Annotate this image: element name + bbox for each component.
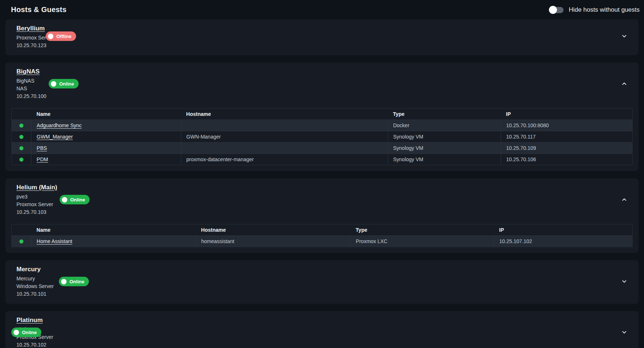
guest-ip: 10.25.70.106 (501, 154, 633, 165)
host-ip: 10.25.70.103 (16, 208, 633, 216)
host-name-link[interactable]: BigNAS (16, 68, 39, 76)
guest-hostname: GWN-Manager (181, 131, 388, 143)
chevron-down-icon (621, 278, 628, 285)
host-info-line: Proxmox Server (16, 34, 633, 42)
host-name-link[interactable]: Helium (Main) (16, 184, 57, 192)
hostname-column-header: Hostname (181, 109, 388, 120)
chevron-down-icon (621, 329, 628, 336)
expand-toggle-button[interactable] (619, 328, 629, 337)
host-ip: 10.25.70.101 (16, 290, 633, 298)
guest-table-header-row: Name Hostname Type IP (12, 109, 633, 120)
host-info-line: platinum (16, 326, 633, 333)
status-label: Offline (56, 34, 71, 39)
guest-row: Home Assistant homeassistant Proxmox LXC… (12, 236, 633, 247)
status-badge: Online (60, 195, 90, 204)
status-column-header (12, 109, 31, 120)
guest-online-dot-icon (19, 146, 23, 150)
status-dot-icon (48, 34, 53, 39)
guest-ip: 10.25.70.109 (501, 143, 633, 154)
host-info: BigNAS NAS 10.25.70.100 (16, 77, 633, 100)
guest-type: Synology VM (388, 143, 501, 154)
status-dot-icon (62, 197, 67, 203)
status-badge: Online (11, 328, 41, 337)
collapse-toggle-button[interactable] (619, 79, 629, 88)
name-column-header: Name (31, 224, 196, 236)
ip-column-header: IP (494, 224, 633, 236)
status-label: Online (69, 279, 84, 284)
guest-table-header-row: Name Hostname Type IP (12, 224, 633, 236)
hostname-column-header: Hostname (196, 224, 351, 236)
status-label: Online (59, 81, 74, 87)
status-dot-icon (61, 279, 67, 284)
guest-table: Name Hostname Type IP Adguardhome Sync D… (11, 108, 633, 165)
host-ip: 10.25.70.123 (16, 42, 633, 49)
hide-hosts-toggle-label: Hide hosts without guests (569, 6, 640, 14)
guest-hostname: homeassistant (196, 236, 351, 247)
guest-row: PDM proxmox-datacenter-manager Synology … (12, 154, 633, 165)
guest-type: Docker (388, 120, 501, 131)
guest-ip: 10.25.70.100:8080 (501, 120, 633, 131)
status-label: Online (22, 330, 37, 335)
host-info: pve3 Proxmox Server 10.25.70.103 (16, 193, 633, 216)
guest-row: GWM_Manager GWN-Manager Synology VM 10.2… (12, 131, 633, 143)
status-column-header (12, 224, 31, 236)
host-name-link[interactable]: Platinum (16, 316, 43, 324)
status-dot-icon (51, 81, 56, 87)
chevron-up-icon (621, 196, 628, 203)
status-badge: Online (59, 277, 89, 286)
status-label: Online (70, 197, 85, 203)
host-card-platinum: Platinum platinum Proxmox Server 10.25.7… (5, 311, 639, 348)
host-ip: 10.25.70.100 (16, 92, 633, 100)
guest-type: Proxmox LXC (351, 236, 494, 247)
guest-online-dot-icon (19, 135, 23, 139)
host-info-line: NAS (16, 85, 633, 92)
host-ip: 10.25.70.102 (16, 341, 633, 348)
host-info-line: Windows Server (16, 283, 633, 290)
chevron-down-icon (621, 33, 628, 39)
host-info: Proxmox Server 10.25.70.123 (16, 34, 633, 49)
guest-name-link[interactable]: Adguardhome Sync (37, 122, 82, 128)
guest-table: Name Hostname Type IP Home Assistant hom… (11, 224, 633, 247)
host-info: Mercury Windows Server 10.25.70.101 (16, 275, 633, 298)
collapse-toggle-button[interactable] (619, 195, 629, 204)
type-column-header: Type (388, 109, 501, 120)
guest-online-dot-icon (19, 239, 23, 243)
guest-row: Adguardhome Sync Docker 10.25.70.100:808… (12, 120, 633, 131)
host-info-line: BigNAS (16, 77, 633, 85)
chevron-up-icon (621, 80, 628, 87)
guest-name-link[interactable]: GWM_Manager (37, 134, 73, 140)
host-info-line: Mercury (16, 275, 633, 283)
host-card-bignas: BigNAS BigNAS NAS 10.25.70.100 Online Na… (5, 63, 639, 171)
expand-toggle-button[interactable] (619, 277, 629, 286)
top-bar: Hosts & Guests Hide hosts without guests (0, 0, 644, 19)
guest-hostname (181, 120, 388, 131)
host-card-beryllium: Beryllium Proxmox Server 10.25.70.123 Of… (5, 19, 639, 55)
toggle-knob-icon (549, 6, 557, 14)
guest-row: PBS Synology VM 10.25.70.109 (12, 143, 633, 154)
guest-online-dot-icon (19, 158, 23, 162)
status-dot-icon (14, 330, 19, 335)
page-title: Hosts & Guests (11, 5, 67, 14)
guest-name-link[interactable]: PDM (37, 156, 48, 162)
guest-hostname (181, 143, 388, 154)
host-card-mercury: Mercury Mercury Windows Server 10.25.70.… (5, 260, 639, 304)
guest-ip: 10.25.70.117 (501, 131, 633, 143)
guest-type: Synology VM (388, 131, 501, 143)
host-card-helium: Helium (Main) pve3 Proxmox Server 10.25.… (5, 178, 639, 253)
status-badge: Online (49, 79, 79, 88)
guest-online-dot-icon (19, 124, 23, 128)
ip-column-header: IP (501, 109, 633, 120)
status-badge: Offline (46, 31, 76, 41)
hide-hosts-toggle[interactable] (549, 6, 564, 14)
name-column-header: Name (31, 109, 181, 120)
host-info-line: pve3 (16, 193, 633, 201)
host-info-line: Proxmox Server (16, 333, 633, 341)
guest-name-link[interactable]: PBS (37, 145, 47, 151)
type-column-header: Type (351, 224, 494, 236)
guest-ip: 10.25.107.102 (494, 236, 633, 247)
hide-hosts-toggle-group: Hide hosts without guests (549, 6, 640, 14)
host-name-link[interactable]: Beryllium (16, 24, 45, 33)
expand-toggle-button[interactable] (619, 31, 629, 41)
guest-type: Synology VM (388, 154, 501, 165)
guest-name-link[interactable]: Home Assistant (37, 238, 72, 244)
